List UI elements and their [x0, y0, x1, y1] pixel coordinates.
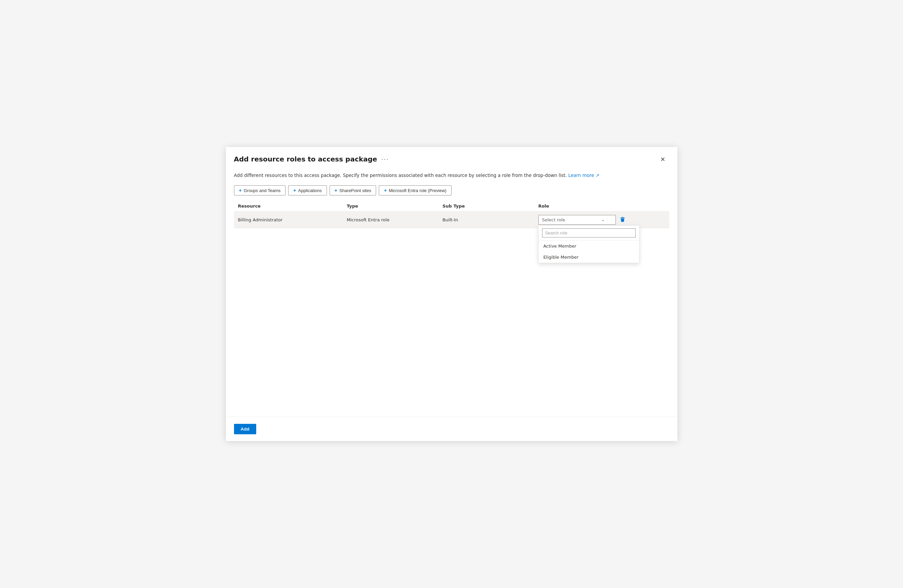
close-button[interactable]: ✕	[659, 155, 667, 164]
dialog-header: Add resource roles to access package ···…	[226, 147, 677, 169]
subtype-cell: Built-In	[438, 212, 534, 228]
dialog-description: Add different resources to this access p…	[226, 169, 677, 185]
select-role-value: Select role	[542, 217, 565, 223]
search-role-input[interactable]	[542, 228, 636, 237]
sharepoint-plus-icon: +	[335, 188, 337, 193]
select-role-wrapper: Select role ⌄ Active Member Eligible	[538, 215, 616, 225]
groups-and-teams-button[interactable]: + Groups and Teams	[234, 185, 286, 196]
groups-plus-icon: +	[239, 188, 242, 193]
more-options-icon[interactable]: ···	[381, 156, 389, 163]
external-link-icon: ↗	[596, 172, 599, 178]
sharepoint-sites-button[interactable]: + SharePoint sites	[330, 185, 376, 196]
add-button[interactable]: Add	[234, 424, 256, 434]
title-area: Add resource roles to access package ···	[234, 155, 389, 163]
delete-row-button[interactable]	[618, 215, 626, 225]
col-header-resource: Resource	[234, 201, 343, 212]
close-icon: ✕	[660, 156, 665, 163]
table-row: Billing Administrator Microsoft Entra ro…	[234, 212, 669, 228]
entra-plus-icon: +	[384, 188, 387, 193]
col-header-subtype: Sub Type	[438, 201, 534, 212]
groups-and-teams-label: Groups and Teams	[244, 188, 281, 193]
applications-plus-icon: +	[293, 188, 296, 193]
applications-button[interactable]: + Applications	[288, 185, 327, 196]
col-header-role: Role	[534, 201, 669, 212]
role-cell-wrapper: Select role ⌄ Active Member Eligible	[538, 215, 665, 225]
applications-label: Applications	[298, 188, 321, 193]
dropdown-search-area	[539, 226, 639, 240]
chevron-down-icon: ⌄	[601, 218, 604, 222]
dropdown-option-active-member[interactable]: Active Member	[539, 240, 639, 252]
add-resource-roles-dialog: Add resource roles to access package ···…	[226, 147, 677, 441]
select-role-dropdown[interactable]: Select role ⌄	[538, 215, 616, 225]
svg-rect-1	[620, 218, 625, 218]
resource-cell: Billing Administrator	[234, 212, 343, 228]
role-dropdown-panel: Active Member Eligible Member	[538, 225, 639, 263]
role-cell: Select role ⌄ Active Member Eligible	[534, 212, 669, 228]
entra-role-label: Microsoft Entra role (Preview)	[389, 188, 447, 193]
type-cell: Microsoft Entra role	[343, 212, 438, 228]
entra-role-button[interactable]: + Microsoft Entra role (Preview)	[379, 185, 451, 196]
resource-table-container: Resource Type Sub Type Role Billing Admi…	[226, 201, 677, 417]
sharepoint-sites-label: SharePoint sites	[339, 188, 371, 193]
svg-rect-0	[621, 217, 623, 218]
dialog-footer: Add	[226, 417, 677, 441]
trash-icon	[620, 216, 625, 223]
dropdown-option-eligible-member[interactable]: Eligible Member	[539, 252, 639, 263]
toolbar: + Groups and Teams + Applications + Shar…	[226, 185, 677, 201]
table-header-row: Resource Type Sub Type Role	[234, 201, 669, 212]
col-header-type: Type	[343, 201, 438, 212]
description-text: Add different resources to this access p…	[234, 172, 567, 178]
dialog-title: Add resource roles to access package	[234, 155, 378, 163]
resource-table: Resource Type Sub Type Role Billing Admi…	[234, 201, 669, 228]
learn-more-link[interactable]: Learn more ↗	[568, 172, 599, 178]
